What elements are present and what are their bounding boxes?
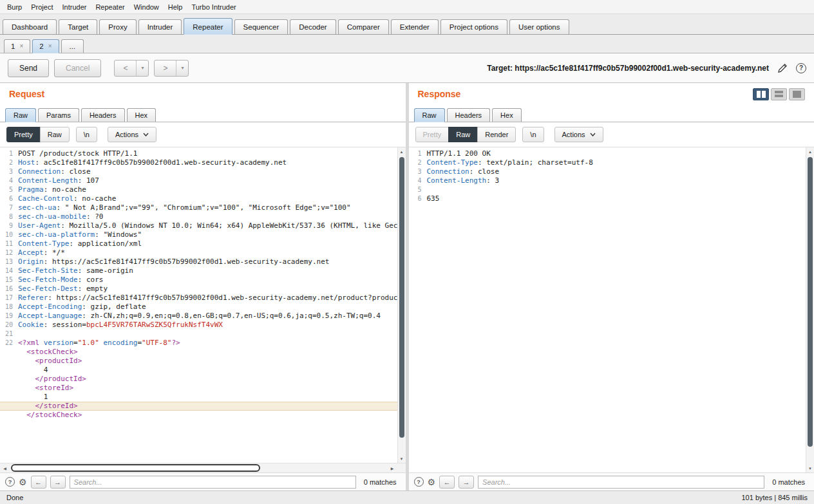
search-input[interactable] [70,476,356,489]
search-previous-button[interactable]: ← [31,476,46,489]
code-line[interactable]: 19Accept-Language: zh-CN,zh;q=0.9,en;q=0… [0,312,397,321]
code-line[interactable]: 2Content-Type: text/plain; charset=utf-8 [409,158,806,167]
scroll-up-icon[interactable]: ▲ [806,147,814,156]
code-line[interactable]: <stockCheck> [0,348,397,357]
search-previous-button[interactable]: ← [439,476,455,489]
message-tab-params[interactable]: Params [38,108,79,122]
main-tab-extender[interactable]: Extender [391,19,439,34]
dropdown-arrow-icon[interactable]: ▾ [176,61,188,76]
code-line[interactable]: 2Host: ac5c1fe81f417ff9c0b57b99002f00d1.… [0,158,397,167]
layout-single-button[interactable] [789,88,805,100]
scroll-down-icon[interactable]: ▼ [398,454,406,463]
search-settings-gear-icon[interactable]: ⚙ [428,478,436,487]
scroll-up-icon[interactable]: ▲ [398,147,406,156]
menu-item-intruder[interactable]: Intruder [58,1,91,13]
raw-toggle-button[interactable]: Raw [40,127,70,142]
request-actions-button[interactable]: Actions [108,127,156,142]
request-horizontal-scrollbar[interactable]: ◀ ▶ [0,463,406,472]
code-line[interactable]: 10sec-ch-ua-platform: "Windows" [0,230,397,239]
code-line[interactable]: <productId> [0,357,397,366]
message-tab-raw[interactable]: Raw [414,108,445,122]
pretty-toggle-button[interactable]: Pretty [415,127,450,142]
help-icon[interactable]: ? [796,63,806,73]
main-tab-target[interactable]: Target [59,19,97,34]
code-line[interactable]: 22<?xml version="1.0" encoding="UTF-8"?> [0,339,397,348]
search-next-button[interactable]: → [50,476,66,489]
main-tab-dashboard[interactable]: Dashboard [3,19,57,34]
code-line[interactable]: 1POST /product/stock HTTP/1.1 [0,149,397,158]
code-line[interactable]: 6Cache-Control: no-cache [0,194,397,203]
main-tab-user-options[interactable]: User options [509,19,569,34]
close-icon[interactable]: × [48,43,52,50]
tab-overflow-button[interactable]: ... [61,39,84,53]
code-line[interactable]: 21 [0,330,397,339]
code-line[interactable]: 14Sec-Fetch-Site: same-origin [0,266,397,275]
message-tab-raw[interactable]: Raw [5,108,36,122]
main-tab-sequencer[interactable]: Sequencer [234,19,289,34]
scrollbar-track[interactable] [806,156,814,464]
request-editor[interactable]: 1POST /product/stock HTTP/1.12Host: ac5c… [0,147,406,463]
scrollbar-thumb[interactable] [11,464,260,472]
newline-toggle-button[interactable]: \n [522,127,544,142]
repeater-tab-1[interactable]: 1× [4,39,30,53]
previous-label[interactable]: < [115,61,137,76]
code-line[interactable]: 3Connection: close [0,167,397,176]
menu-item-burp[interactable]: Burp [3,1,26,13]
message-tab-headers[interactable]: Headers [81,108,125,122]
pretty-toggle-button[interactable]: Pretty [6,127,41,142]
main-tab-project-options[interactable]: Project options [440,19,507,34]
response-vertical-scrollbar[interactable]: ▲ ▼ [806,147,814,472]
scrollbar-track[interactable] [398,156,406,454]
code-line[interactable]: 5Pragma: no-cache [0,185,397,194]
code-line[interactable]: 1 [0,393,397,402]
close-icon[interactable]: × [19,43,23,50]
menu-item-window[interactable]: Window [129,1,164,13]
search-input[interactable] [478,476,764,489]
previous-response-button[interactable]: < ▾ [114,60,149,77]
render-toggle-button[interactable]: Render [477,127,516,142]
code-line[interactable]: 5 [409,185,806,194]
code-line[interactable]: 4Content-Length: 3 [409,176,806,185]
main-tab-intruder[interactable]: Intruder [138,19,182,34]
message-tab-hex[interactable]: Hex [492,108,522,122]
code-line[interactable]: 4 [0,366,397,375]
code-line[interactable]: 13Origin: https://ac5c1fe81f417ff9c0b57b… [0,257,397,266]
code-line[interactable]: 9User-Agent: Mozilla/5.0 (Windows NT 10.… [0,221,397,230]
search-settings-gear-icon[interactable]: ⚙ [19,478,27,487]
code-line[interactable]: </stockCheck> [0,411,397,420]
scroll-right-icon[interactable]: ▶ [388,466,397,471]
code-line[interactable]: </storeId> [0,402,397,411]
code-line[interactable]: 6635 [409,194,806,203]
response-actions-button[interactable]: Actions [554,127,603,142]
code-line[interactable]: 11Content-Type: application/xml [0,239,397,248]
menu-item-repeater[interactable]: Repeater [91,1,129,13]
code-line[interactable]: 8sec-ch-ua-mobile: ?0 [0,212,397,221]
code-line[interactable]: 7sec-ch-ua: " Not A;Brand";v="99", "Chro… [0,203,397,212]
scrollbar-thumb[interactable] [399,157,404,438]
edit-target-icon[interactable] [777,62,788,74]
code-line[interactable]: 12Accept: */* [0,248,397,257]
main-tab-comparer[interactable]: Comparer [338,19,389,34]
layout-side-by-side-button[interactable] [753,88,769,100]
search-next-button[interactable]: → [459,476,474,489]
send-button[interactable]: Send [8,59,49,77]
menu-item-turbo-intruder[interactable]: Turbo Intruder [187,1,240,13]
code-line[interactable]: 17Referer: https://ac5c1fe81f417ff9c0b57… [0,294,397,303]
raw-toggle-button[interactable]: Raw [448,127,478,142]
next-label[interactable]: > [155,61,176,76]
response-editor[interactable]: 1HTTP/1.1 200 OK2Content-Type: text/plai… [409,147,814,472]
search-help-icon[interactable]: ? [5,477,15,487]
menu-item-help[interactable]: Help [164,1,187,13]
code-line[interactable]: 1HTTP/1.1 200 OK [409,149,806,158]
response-editor-lines[interactable]: 1HTTP/1.1 200 OK2Content-Type: text/plai… [409,147,806,472]
main-tab-decoder[interactable]: Decoder [290,19,336,34]
cancel-button[interactable]: Cancel [54,59,101,77]
code-line[interactable]: 3Connection: close [409,167,806,176]
code-line[interactable]: 4Content-Length: 107 [0,176,397,185]
main-tab-repeater[interactable]: Repeater [184,18,232,35]
scroll-left-icon[interactable]: ◀ [0,466,10,471]
scrollbar-thumb[interactable] [808,157,813,447]
code-line[interactable]: </productId> [0,375,397,384]
menu-item-project[interactable]: Project [26,1,57,13]
code-line[interactable]: 18Accept-Encoding: gzip, deflate [0,303,397,312]
